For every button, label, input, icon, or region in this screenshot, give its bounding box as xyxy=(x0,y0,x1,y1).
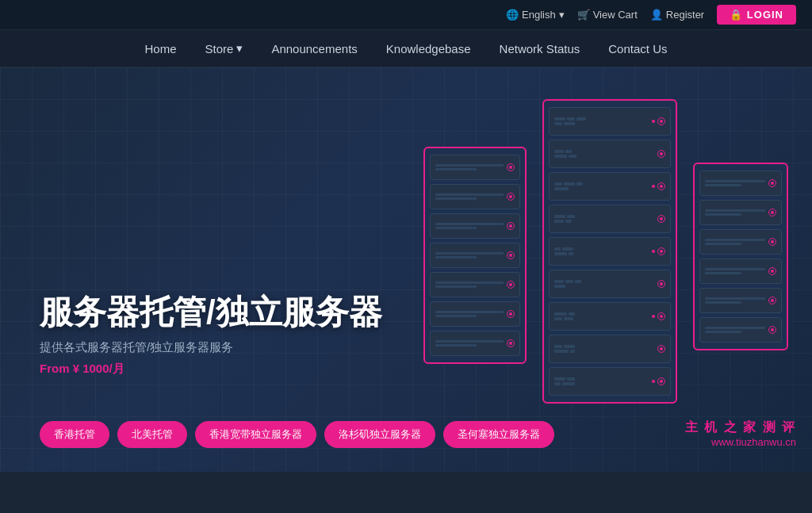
server-unit xyxy=(699,288,782,313)
server-indicator xyxy=(507,163,515,171)
nav-knowledgebase[interactable]: Knowledgebase xyxy=(386,42,471,56)
cart-icon: 🛒 xyxy=(577,9,590,21)
server-indicator xyxy=(768,326,776,334)
cat-sanjose-server[interactable]: 圣何塞独立服务器 xyxy=(443,421,554,448)
view-cart-link[interactable]: 🛒 View Cart xyxy=(577,9,638,21)
language-selector[interactable]: 🌐 English ▾ xyxy=(506,9,565,21)
cat-hongkong-broadband[interactable]: 香港宽带独立服务器 xyxy=(195,421,316,448)
main-nav: Home Store ▾ Announcements Knowledgebase… xyxy=(0,30,812,67)
server-unit xyxy=(549,205,671,233)
rack-center xyxy=(542,99,677,404)
top-bar: 🌐 English ▾ 🛒 View Cart 👤 Register 🔒 LOG… xyxy=(0,0,812,30)
server-unit xyxy=(549,367,671,396)
server-unit xyxy=(699,170,782,196)
server-indicator xyxy=(507,222,515,230)
hero-price: From ¥ 1000/月 xyxy=(40,362,382,377)
server-indicator xyxy=(507,310,515,318)
globe-icon: 🌐 xyxy=(506,9,519,21)
server-unit xyxy=(430,213,520,239)
server-unit xyxy=(430,155,520,180)
server-unit xyxy=(430,243,520,268)
hero-content: 服务器托管/独立服务器 提供各式服务器托管/独立服务器服务 From ¥ 100… xyxy=(40,294,382,377)
nav-contact-us[interactable]: Contact Us xyxy=(608,42,667,56)
rack-right xyxy=(693,163,788,350)
server-unit xyxy=(699,200,782,225)
hero-title: 服务器托管/独立服务器 xyxy=(40,294,382,331)
server-unit xyxy=(549,107,671,136)
rack-left xyxy=(423,147,527,364)
login-button[interactable]: 🔒 LOGIN xyxy=(717,5,796,25)
server-indicator xyxy=(657,345,665,353)
nav-home[interactable]: Home xyxy=(145,42,177,56)
server-indicator xyxy=(657,377,665,385)
cat-northamerica-hosting[interactable]: 北美托管 xyxy=(117,421,187,448)
server-indicator xyxy=(507,339,515,347)
server-unit xyxy=(699,258,782,284)
server-unit xyxy=(699,317,782,343)
server-indicator xyxy=(657,215,665,223)
server-unit xyxy=(549,270,671,298)
server-indicator xyxy=(507,193,515,201)
hero-subtitle: 提供各式服务器托管/独立服务器服务 xyxy=(40,340,382,355)
server-indicator xyxy=(768,179,776,187)
lock-icon: 🔒 xyxy=(730,9,743,21)
cat-hongkong-hosting[interactable]: 香港托管 xyxy=(40,421,109,448)
server-unit xyxy=(699,229,782,255)
server-indicator xyxy=(768,209,776,216)
server-indicator xyxy=(657,182,665,190)
server-indicator xyxy=(768,267,776,275)
server-unit xyxy=(430,272,520,297)
watermark: 主 机 之 家 测 评 www.tiuzhanwu.cn xyxy=(685,419,796,448)
server-unit xyxy=(549,140,671,168)
server-unit xyxy=(549,237,671,266)
server-unit xyxy=(549,335,671,363)
server-indicator xyxy=(507,251,515,259)
server-indicator xyxy=(657,280,665,288)
server-indicator xyxy=(657,247,665,255)
hero-section: 服务器托管/独立服务器 提供各式服务器托管/独立服务器服务 From ¥ 100… xyxy=(0,67,812,472)
nav-announcements[interactable]: Announcements xyxy=(271,42,357,56)
server-unit xyxy=(430,184,520,209)
racks-container xyxy=(423,99,788,404)
server-indicator xyxy=(657,117,665,125)
nav-store[interactable]: Store ▾ xyxy=(205,41,243,56)
server-indicator xyxy=(657,150,665,158)
cat-losangeles-server[interactable]: 洛杉矶独立服务器 xyxy=(324,421,435,448)
server-indicator xyxy=(657,312,665,320)
server-unit xyxy=(549,172,671,201)
chevron-down-icon: ▾ xyxy=(236,41,243,56)
server-indicator xyxy=(768,297,776,304)
server-unit xyxy=(430,331,520,356)
server-indicator xyxy=(768,238,776,246)
server-unit xyxy=(430,301,520,327)
dropdown-icon: ▾ xyxy=(559,9,565,21)
watermark-line2: www.tiuzhanwu.cn xyxy=(685,436,796,448)
category-buttons: 香港托管 北美托管 香港宽带独立服务器 洛杉矶独立服务器 圣何塞独立服务器 xyxy=(40,421,554,448)
register-link[interactable]: 👤 Register xyxy=(650,9,704,21)
watermark-line1: 主 机 之 家 测 评 xyxy=(685,419,796,436)
server-indicator xyxy=(507,281,515,289)
user-icon: 👤 xyxy=(650,9,663,21)
nav-network-status[interactable]: Network Status xyxy=(500,42,580,56)
server-unit xyxy=(549,302,671,331)
